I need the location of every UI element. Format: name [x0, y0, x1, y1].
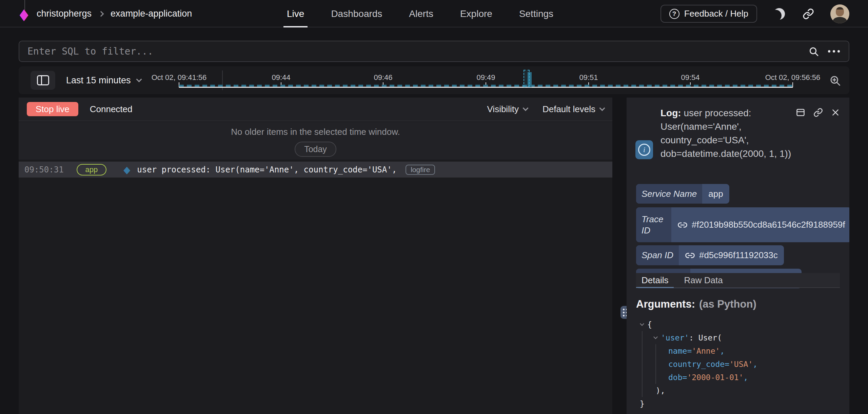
field-label: Service Name	[636, 184, 702, 204]
timeline-tick-label: 09:46	[374, 73, 392, 82]
chevron-down-icon	[136, 77, 142, 82]
question-circle-icon: ?	[669, 9, 679, 19]
more-options-icon[interactable]	[828, 50, 840, 53]
sidebar-toggle-button[interactable]	[31, 71, 55, 90]
timeline-tick-label: 09:49	[476, 73, 495, 82]
sql-filter-bar	[19, 41, 849, 62]
today-button[interactable]: Today	[295, 142, 336, 157]
tab-raw-data[interactable]: Raw Data	[678, 273, 728, 287]
feedback-help-button[interactable]: ? Feedback / Help	[660, 5, 757, 23]
timeline-tick-label: 09:51	[579, 73, 598, 82]
arguments-mode-label: (as Python)	[699, 298, 756, 310]
tab-live[interactable]: Live	[287, 0, 304, 27]
code-line: ),	[636, 384, 844, 397]
timeline-start-label: Oct 02, 09:41:56	[152, 73, 207, 82]
breadcrumb: ◆ christophergs example-application	[19, 0, 192, 27]
copy-link-icon[interactable]	[813, 108, 823, 117]
primary-nav: Live Dashboards Alerts Explore Settings	[287, 0, 553, 27]
scope-badge: logfire	[406, 165, 435, 175]
record-title: Log: user processed: User(name='Anne', c…	[660, 106, 797, 161]
time-range-dropdown[interactable]: Last 15 minutes	[66, 66, 141, 94]
stop-live-button[interactable]: Stop live	[27, 102, 78, 116]
code-line: }	[636, 397, 844, 410]
field-label: Trace ID	[636, 207, 671, 242]
link-icon	[677, 220, 688, 230]
trace-id-value: #f2019b98b550cd8a61546c2f9188959f	[692, 220, 845, 230]
zoom-in-icon[interactable]	[829, 75, 841, 87]
timeline-bar: Last 15 minutes Oct 02, 09:41:56 09:44 0…	[19, 66, 849, 94]
tab-details[interactable]: Details	[636, 273, 674, 287]
share-link-icon[interactable]	[803, 8, 814, 20]
timeline-tick-label: 09:44	[272, 73, 290, 82]
record-diamond-icon: ◆	[123, 164, 130, 175]
top-nav: ◆ christophergs example-application Live…	[0, 0, 868, 27]
service-badge: app	[77, 164, 107, 175]
tab-explore[interactable]: Explore	[460, 0, 492, 27]
timeline-tick-label: 09:54	[681, 73, 699, 82]
breadcrumb-project[interactable]: example-application	[111, 8, 192, 19]
chevron-down-icon	[599, 105, 605, 111]
code-line[interactable]: {	[636, 318, 844, 331]
tab-dashboards[interactable]: Dashboards	[331, 0, 382, 27]
logfire-diamond-icon: ◆	[20, 6, 28, 22]
feedback-help-label: Feedback / Help	[684, 8, 748, 19]
field-value: app	[702, 184, 729, 204]
arguments-code-tree: { 'user': User( name='Anne', country_cod…	[636, 318, 844, 410]
field-span-id[interactable]: Span ID #d5c996f11192033c	[636, 245, 784, 265]
info-level-icon: i	[635, 140, 653, 159]
nav-right-cluster: ? Feedback / Help	[660, 0, 849, 27]
arguments-heading-label: Arguments:	[636, 298, 695, 310]
record-kind-label: Log:	[660, 108, 681, 118]
logfire-logo[interactable]: ◆	[19, 0, 31, 27]
collapse-chevron-icon[interactable]	[640, 322, 644, 326]
live-view-panel: Stop live Connected Visibility Default l…	[19, 98, 612, 414]
log-timestamp: 09:50:31	[24, 165, 64, 174]
field-label: Span ID	[636, 245, 679, 265]
span-id-value: #d5c996f11192033c	[699, 250, 778, 261]
search-icon[interactable]	[808, 46, 819, 57]
info-circle-glyph: i	[638, 144, 650, 156]
tab-alerts[interactable]: Alerts	[409, 0, 433, 27]
timeline-end-label: Oct 02, 09:56:56	[765, 73, 821, 82]
sidebar-toggle-icon	[37, 75, 49, 85]
arguments-heading: Arguments:(as Python)	[636, 298, 756, 310]
code-line[interactable]: 'user': User(	[636, 331, 844, 344]
timeline-baseline	[179, 87, 793, 88]
default-levels-label: Default levels	[542, 104, 595, 115]
breadcrumb-org[interactable]: christophergs	[37, 8, 92, 19]
chevron-down-icon	[522, 105, 528, 111]
live-view-toolbar: Stop live Connected Visibility Default l…	[19, 98, 612, 121]
field-trace-id[interactable]: Trace ID #f2019b98b550cd8a61546c2f918895…	[636, 207, 849, 242]
theme-moon-icon[interactable]	[773, 8, 785, 20]
tab-settings[interactable]: Settings	[519, 0, 553, 27]
code-line: country_code='USA',	[636, 357, 844, 371]
visibility-dropdown[interactable]: Visibility	[487, 104, 527, 115]
field-service-name: Service Name app	[636, 184, 729, 204]
code-line: name='Anne',	[636, 344, 844, 357]
visibility-label: Visibility	[487, 104, 518, 115]
empty-state-message: No older items in the selected time wind…	[231, 127, 400, 137]
default-levels-dropdown[interactable]: Default levels	[542, 104, 604, 115]
log-record-row[interactable]: 09:50:31 app ◆ user processed: User(name…	[19, 162, 612, 178]
user-avatar[interactable]	[830, 4, 849, 23]
details-panel: i Log: user processed: User(name='Anne',…	[627, 98, 849, 414]
breadcrumb-chevron-icon	[98, 11, 104, 17]
connection-status: Connected	[90, 104, 133, 115]
close-icon[interactable]	[831, 108, 840, 117]
time-range-label: Last 15 minutes	[66, 75, 131, 86]
link-icon	[685, 250, 695, 261]
collapse-chevron-icon[interactable]	[653, 335, 658, 339]
sql-filter-input[interactable]	[19, 41, 808, 61]
logfire-live-screen: ◆ christophergs example-application Live…	[0, 0, 868, 414]
details-tabs: Details Raw Data	[636, 273, 840, 288]
empty-state: No older items in the selected time wind…	[19, 122, 612, 160]
timeline-selected-bucket[interactable]	[524, 70, 530, 87]
log-message: user processed: User(name='Anne', countr…	[137, 165, 397, 174]
code-line: dob='2000-01-01',	[636, 371, 844, 384]
